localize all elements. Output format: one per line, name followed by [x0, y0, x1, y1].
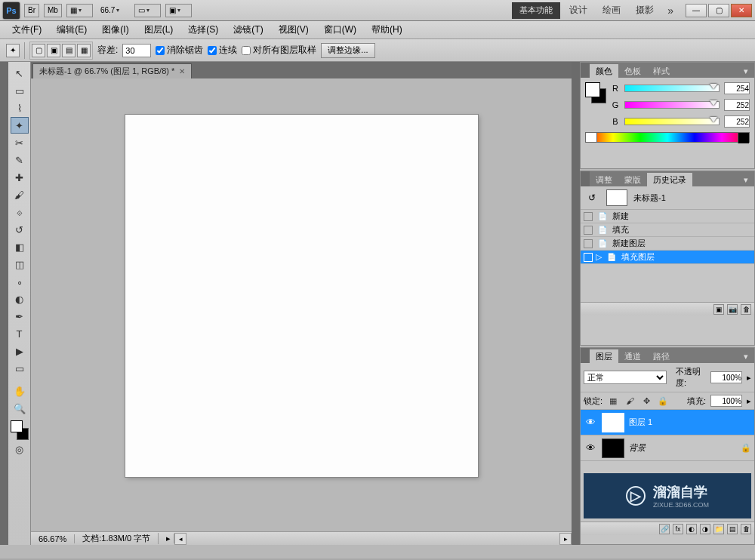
arrange-documents-button[interactable]: ▭ — [134, 4, 161, 17]
marquee-tool[interactable]: ▭ — [11, 82, 29, 99]
dock-edge-left[interactable] — [0, 62, 8, 545]
lock-position-icon[interactable]: ✥ — [640, 395, 652, 407]
opacity-arrow-icon[interactable]: ▸ — [747, 373, 751, 383]
layer-name[interactable]: 背景 — [629, 442, 736, 454]
panel-menu-icon[interactable]: ▾ — [738, 173, 754, 186]
zoom-tool[interactable]: 🔍 — [11, 400, 29, 417]
workspace-photo-button[interactable]: 摄影 — [630, 2, 660, 19]
history-item[interactable]: 📄新建图层 — [581, 237, 754, 251]
fill-input[interactable] — [710, 395, 742, 407]
tab-layers[interactable]: 图层 — [590, 349, 618, 363]
adjustment-layer-icon[interactable]: ◑ — [700, 524, 710, 534]
menu-layer[interactable]: 图层(L) — [137, 23, 181, 36]
layer-item[interactable]: 👁 背景 🔒 — [581, 435, 754, 461]
menu-filter[interactable]: 滤镜(T) — [226, 23, 270, 36]
screen-mode-button[interactable]: ▣ — [165, 4, 192, 17]
opacity-input[interactable] — [710, 371, 742, 383]
history-item[interactable]: 📄新建 — [581, 210, 754, 223]
window-close-button[interactable]: ✕ — [731, 4, 752, 17]
history-delete-icon[interactable]: 🗑 — [741, 304, 751, 315]
menu-window[interactable]: 窗口(W) — [316, 23, 364, 36]
selection-intersect-icon[interactable]: ▦ — [77, 44, 91, 57]
layer-style-icon[interactable]: fx — [673, 524, 683, 534]
bridge-button[interactable]: Br — [24, 4, 39, 17]
canvas-viewport[interactable] — [31, 78, 572, 531]
shape-tool[interactable]: ▭ — [11, 360, 29, 377]
panel-color-swatches[interactable] — [585, 82, 606, 103]
zoom-level-display[interactable]: 66.7 — [97, 4, 130, 17]
blur-tool[interactable]: ∘ — [11, 273, 29, 290]
current-tool-icon[interactable]: ✦ — [6, 44, 20, 57]
panel-menu-icon[interactable]: ▾ — [738, 349, 754, 363]
scroll-right-button[interactable]: ▸ — [559, 533, 572, 545]
layer-thumb[interactable] — [602, 413, 624, 432]
fill-arrow-icon[interactable]: ▸ — [747, 396, 751, 406]
visibility-toggle-icon[interactable]: 👁 — [584, 442, 597, 455]
window-minimize-button[interactable]: — — [686, 4, 707, 17]
tab-color[interactable]: 颜色 — [590, 64, 618, 78]
refine-edge-button[interactable]: 调整边缘... — [321, 43, 374, 58]
workspace-default-button[interactable]: 基本功能 — [512, 2, 560, 19]
menu-image[interactable]: 图像(I) — [94, 23, 136, 36]
workspace-paint-button[interactable]: 绘画 — [596, 2, 627, 19]
b-input[interactable] — [724, 115, 750, 128]
blend-mode-select[interactable]: 正常 — [584, 371, 667, 384]
contiguous-checkbox[interactable]: 连续 — [208, 44, 237, 57]
pen-tool[interactable]: ✒ — [11, 308, 29, 325]
layer-mask-icon[interactable]: ◐ — [686, 524, 697, 534]
quick-mask-toggle[interactable]: ◎ — [11, 441, 29, 457]
workspace-design-button[interactable]: 设计 — [563, 2, 593, 19]
tab-paths[interactable]: 路径 — [647, 349, 676, 363]
status-zoom[interactable]: 66.67% — [31, 534, 75, 543]
workspace-more-button[interactable]: » — [663, 2, 678, 19]
tab-channels[interactable]: 通道 — [618, 349, 647, 363]
menu-view[interactable]: 视图(V) — [271, 23, 316, 36]
history-snapshot-icon[interactable]: ▣ — [713, 304, 724, 315]
history-brush-tool[interactable]: ↺ — [11, 221, 29, 238]
history-snapshot-thumb[interactable] — [606, 189, 627, 206]
history-brush-source-icon[interactable]: ↺ — [584, 189, 600, 206]
status-arrow-icon[interactable]: ▸ — [159, 534, 174, 543]
panel-menu-icon[interactable]: ▾ — [738, 64, 754, 78]
lock-transparent-icon[interactable]: ▦ — [607, 395, 619, 407]
tolerance-input[interactable] — [122, 44, 151, 57]
panel-foreground-swatch[interactable] — [585, 82, 600, 97]
selection-add-icon[interactable]: ▣ — [47, 44, 60, 57]
eyedropper-tool[interactable]: ✎ — [11, 152, 29, 168]
foreground-swatch[interactable] — [11, 420, 23, 432]
menu-select[interactable]: 选择(S) — [180, 23, 226, 36]
dodge-tool[interactable]: ◐ — [11, 291, 29, 307]
tab-history[interactable]: 历史记录 — [647, 173, 692, 186]
history-item[interactable]: ▷📄填充图层 — [581, 251, 754, 264]
clone-stamp-tool[interactable]: ⟐ — [11, 204, 29, 220]
selection-subtract-icon[interactable]: ▤ — [62, 44, 76, 57]
view-extras-button[interactable]: ▦ — [66, 4, 93, 17]
dock-edge-right[interactable] — [572, 62, 580, 545]
layer-item[interactable]: 👁 图层 1 — [581, 410, 754, 435]
history-item[interactable]: 📄填充 — [581, 223, 754, 237]
hand-tool[interactable]: ✋ — [11, 383, 29, 399]
type-tool[interactable]: T — [11, 325, 29, 342]
layer-name[interactable]: 图层 1 — [629, 417, 751, 428]
gradient-tool[interactable]: ◫ — [11, 256, 29, 272]
healing-brush-tool[interactable]: ✚ — [11, 169, 29, 186]
selection-new-icon[interactable]: ▢ — [32, 44, 45, 57]
b-slider[interactable] — [624, 118, 720, 125]
minibridge-button[interactable]: Mb — [44, 4, 62, 17]
r-input[interactable] — [724, 82, 750, 94]
spectrum-bar[interactable] — [585, 132, 750, 143]
canvas[interactable] — [125, 115, 478, 477]
lock-pixels-icon[interactable]: 🖌 — [624, 395, 636, 407]
eraser-tool[interactable]: ◧ — [11, 238, 29, 255]
tab-swatches[interactable]: 色板 — [618, 64, 647, 78]
delete-layer-icon[interactable]: 🗑 — [741, 524, 751, 534]
lock-all-icon[interactable]: 🔒 — [657, 395, 669, 407]
scroll-left-button[interactable]: ◂ — [174, 533, 186, 545]
history-new-icon[interactable]: 📷 — [727, 304, 738, 315]
g-input[interactable] — [724, 99, 750, 111]
lasso-tool[interactable]: ⌇ — [11, 100, 29, 116]
group-icon[interactable]: 📁 — [713, 524, 724, 534]
all-layers-checkbox[interactable]: 对所有图层取样 — [242, 44, 316, 57]
close-tab-icon[interactable]: ✕ — [179, 67, 185, 75]
status-docinfo[interactable]: 文档:1.83M/0 字节 — [75, 533, 159, 544]
